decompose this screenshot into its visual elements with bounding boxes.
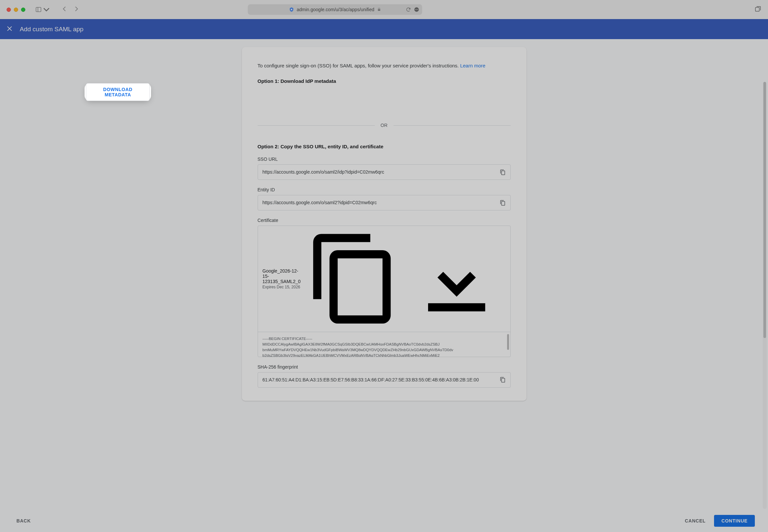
option2-title: Option 2: Copy the SSO URL, entity ID, a… [258, 144, 511, 149]
tabs-icon [754, 5, 761, 12]
certificate-expires: Expires Dec 15, 2026 [263, 285, 301, 289]
sha-field: 61:A7:60:51:A4:D1:BA:A3:15:EB:5D:E7:56:B… [258, 372, 511, 388]
site-settings-icon [289, 7, 294, 12]
minimize-window-button[interactable] [14, 8, 18, 12]
certificate-name: Google_2026-12-15-123135_SAML2_0 [263, 268, 301, 284]
chevron-down-icon [43, 6, 50, 13]
download-metadata-button[interactable]: DOWNLOAD METADATA [86, 83, 150, 101]
reload-icon[interactable] [406, 7, 411, 12]
learn-more-link[interactable]: Learn more [460, 63, 485, 68]
certificate-box: Google_2026-12-15-123135_SAML2_0 Expires… [258, 226, 511, 357]
tab-overview-button[interactable] [754, 5, 761, 14]
spotlight: DOWNLOAD METADATA [86, 85, 150, 100]
app-header: Add custom SAML app [0, 19, 768, 39]
cancel-button[interactable]: CANCEL [679, 515, 711, 527]
svg-rect-7 [756, 7, 759, 11]
address-bar[interactable]: admin.google.com/u/3/ac/apps/unified [248, 4, 422, 15]
svg-rect-0 [36, 7, 41, 12]
saml-setup-card: To configure single sign-on (SSO) for SA… [242, 47, 526, 401]
svg-point-2 [291, 9, 292, 10]
copy-icon[interactable] [500, 377, 506, 383]
browser-chrome: admin.google.com/u/3/ac/apps/unified [0, 0, 768, 19]
sha-value: 61:A7:60:51:A4:D1:BA:A3:15:EB:5D:E7:56:B… [263, 376, 496, 383]
page-menu-icon[interactable] [414, 7, 420, 12]
sso-url-label: SSO URL [258, 157, 511, 162]
option1-title: Option 1: Download IdP metadata [258, 78, 511, 84]
entity-id-value: https://accounts.google.com/o/saml2?idpi… [263, 199, 496, 206]
maximize-window-button[interactable] [21, 8, 25, 12]
nav-forward-button[interactable] [73, 5, 80, 14]
svg-point-5 [416, 9, 417, 10]
intro-text: To configure single sign-on (SSO) for SA… [258, 63, 511, 68]
sidebar-toggle-button[interactable] [35, 6, 50, 13]
or-text: OR [381, 123, 388, 128]
wizard-footer: BACK CANCEL CONTINUE [0, 510, 768, 532]
scrollbar-thumb[interactable] [763, 82, 766, 338]
close-icon [6, 25, 13, 32]
continue-button[interactable]: CONTINUE [714, 515, 755, 527]
or-divider: OR [258, 123, 511, 128]
lock-icon [377, 8, 381, 12]
svg-point-6 [417, 9, 418, 10]
copy-icon[interactable] [500, 200, 506, 206]
page-body: To configure single sign-on (SSO) for SA… [0, 39, 768, 532]
certificate-body[interactable]: -----BEGIN CERTIFICATE----- MIIDdDCCAlyg… [258, 332, 510, 357]
certificate-label: Certificate [258, 218, 511, 223]
sidebar-icon [35, 6, 42, 13]
url-text: admin.google.com/u/3/ac/apps/unified [297, 7, 374, 12]
copy-icon[interactable] [305, 230, 403, 328]
sha-label: SHA-256 fingerprint [258, 364, 511, 370]
download-button-slot [258, 90, 511, 104]
close-dialog-button[interactable] [6, 25, 13, 34]
close-window-button[interactable] [7, 8, 11, 12]
copy-icon[interactable] [500, 169, 506, 175]
chevron-left-icon [61, 5, 68, 12]
window-controls [7, 8, 25, 12]
page-title: Add custom SAML app [20, 26, 84, 33]
sso-url-value: https://accounts.google.com/o/saml2/idp?… [263, 169, 496, 176]
svg-point-4 [415, 9, 416, 10]
download-icon[interactable] [408, 230, 506, 328]
sso-url-field: https://accounts.google.com/o/saml2/idp?… [258, 164, 511, 180]
back-button[interactable]: BACK [11, 515, 37, 527]
chevron-right-icon [73, 5, 80, 12]
entity-id-label: Entity ID [258, 187, 511, 192]
vertical-scrollbar[interactable] [763, 82, 767, 509]
nav-back-button[interactable] [61, 5, 68, 14]
entity-id-field: https://accounts.google.com/o/saml2?idpi… [258, 195, 511, 210]
